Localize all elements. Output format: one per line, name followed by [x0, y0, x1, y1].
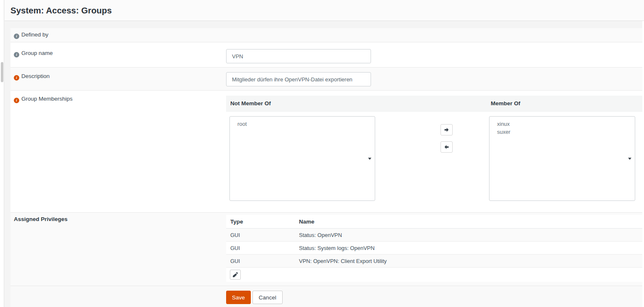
info-icon[interactable]: i — [14, 34, 19, 39]
memberships-header-band: Not Member Of Member Of — [226, 96, 644, 112]
page-scrollbar-track[interactable] — [642, 21, 644, 307]
description-input[interactable] — [226, 72, 371, 86]
group-name-input[interactable] — [226, 49, 371, 63]
assigned-privileges-label: Assigned Privileges — [14, 216, 67, 222]
save-button[interactable]: Save — [226, 291, 251, 304]
list-item[interactable]: xinux — [497, 120, 635, 128]
description-label: Description — [21, 73, 50, 79]
form-actions-row: Save Cancel — [10, 286, 644, 307]
move-to-not-member-button[interactable] — [440, 141, 453, 153]
privileges-table: Type Name GUI Status: OpenVPN GUI Status… — [226, 215, 642, 282]
dropdown-caret-icon — [628, 158, 631, 160]
table-row: GUI VPN: OpenVPN: Client Export Utility — [226, 255, 642, 268]
form-row-group-name: iGroup name — [10, 42, 644, 68]
info-icon[interactable]: i — [14, 98, 19, 103]
page-title: System: Access: Groups — [10, 0, 112, 21]
form-row-defined-by: iDefined by — [10, 28, 644, 42]
info-icon[interactable]: i — [14, 75, 19, 81]
list-item[interactable]: suxer — [497, 128, 635, 136]
defined-by-label: Defined by — [21, 31, 49, 38]
form-row-group-memberships: iGroup Memberships Not Member Of Member … — [10, 91, 644, 213]
not-member-of-header: Not Member Of — [226, 100, 486, 107]
privilege-type: GUI — [226, 232, 299, 238]
privilege-name: Status: System logs: OpenVPN — [299, 245, 642, 251]
privileges-table-header: Type Name — [226, 215, 642, 229]
info-icon[interactable]: i — [14, 52, 19, 57]
not-member-of-list[interactable]: root — [229, 116, 375, 201]
privilege-name: VPN: OpenVPN: Client Export Utility — [299, 258, 642, 264]
edit-privileges-button[interactable] — [230, 270, 241, 280]
member-of-header: Member Of — [486, 100, 644, 107]
column-header-type: Type — [226, 219, 299, 225]
dropdown-caret-icon — [368, 158, 371, 160]
cancel-button[interactable]: Cancel — [252, 291, 283, 304]
form-row-description: iDescription — [10, 68, 644, 91]
privilege-type: GUI — [226, 245, 299, 251]
privilege-name: Status: OpenVPN — [299, 232, 642, 238]
arrow-right-icon — [444, 127, 449, 133]
move-to-member-button[interactable] — [440, 124, 453, 135]
group-edit-form: iDefined by iGroup name iDescription iGr… — [10, 28, 644, 307]
group-memberships-label: Group Memberships — [21, 96, 72, 102]
form-row-assigned-privileges: Assigned Privileges Type Name GUI Status… — [10, 213, 644, 286]
page-header: System: Access: Groups — [5, 0, 644, 21]
list-item[interactable]: root — [237, 120, 375, 128]
privilege-type: GUI — [226, 258, 299, 264]
group-name-label: Group name — [21, 50, 53, 56]
collapsed-sidebar-gutter — [0, 0, 4, 307]
pencil-icon — [233, 272, 238, 277]
sidebar-scrollbar-thumb[interactable] — [1, 62, 3, 82]
table-row: GUI Status: System logs: OpenVPN — [226, 242, 642, 255]
arrow-left-icon — [444, 144, 449, 150]
column-header-name: Name — [299, 219, 642, 225]
table-row: GUI Status: OpenVPN — [226, 229, 642, 242]
member-of-list[interactable]: xinux suxer — [489, 116, 635, 201]
